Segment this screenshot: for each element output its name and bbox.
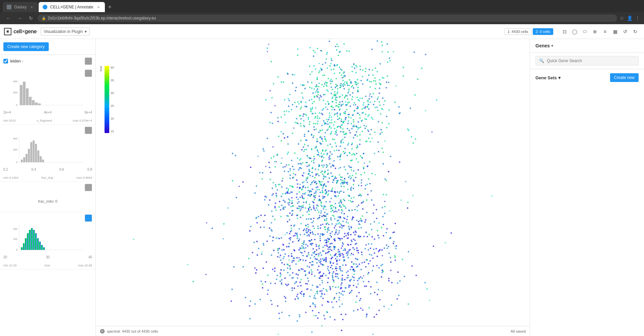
svg-point-1625 <box>369 254 370 255</box>
tab-cellgene-close[interactable]: ✕ <box>96 5 101 9</box>
svg-point-2098 <box>323 264 324 266</box>
svg-point-1417 <box>284 264 285 265</box>
frac-mito-color-swatch[interactable] <box>85 184 92 191</box>
star-button[interactable]: ☆ <box>620 15 624 21</box>
scatter-plot[interactable] <box>96 39 530 336</box>
svg-point-1975 <box>320 234 321 235</box>
svg-rect-19 <box>28 149 30 162</box>
frac-dup-color-swatch[interactable] <box>85 127 92 134</box>
genes-title[interactable]: Genes ▾ <box>535 43 553 48</box>
svg-point-1867 <box>314 251 315 252</box>
svg-point-1624 <box>387 248 388 249</box>
address-bar[interactable]: 🔒 2sl1n1kib9nhi-3qa5hzlc2i53b.ep.interac… <box>38 14 617 22</box>
svg-point-2046 <box>287 264 289 266</box>
svg-point-924 <box>333 160 335 161</box>
tab-galaxy-close[interactable]: ✕ <box>29 5 34 9</box>
svg-point-1107 <box>307 177 308 178</box>
gene-search-input[interactable] <box>547 58 635 63</box>
svg-point-887 <box>334 227 335 228</box>
frac-mito-label: frac_mito: 0 <box>3 193 92 210</box>
svg-point-1129 <box>325 189 326 191</box>
svg-point-63 <box>369 161 370 162</box>
leiden-color-swatch[interactable] <box>85 57 92 65</box>
svg-point-2061 <box>336 273 337 275</box>
zoom-in-icon[interactable]: ⊕ <box>590 27 600 36</box>
lasso-select-icon[interactable]: ⊡ <box>560 27 569 36</box>
svg-point-1633 <box>325 252 326 254</box>
svg-point-2227 <box>356 266 357 268</box>
back-button[interactable]: ← <box>4 14 13 22</box>
svg-point-1722 <box>278 312 280 314</box>
svg-point-309 <box>314 117 316 119</box>
n-fragment-color-swatch[interactable] <box>85 70 92 77</box>
svg-point-951 <box>285 192 287 194</box>
svg-point-1776 <box>276 237 277 239</box>
gene-sets-label[interactable]: Gene Sets ▾ <box>535 75 561 80</box>
forward-button[interactable]: → <box>15 14 24 22</box>
cell-count-set1[interactable]: 1: 4430 cells <box>505 28 531 35</box>
svg-point-1574 <box>370 248 371 249</box>
cell-count-set2[interactable]: 2: 0 cells <box>533 28 553 35</box>
svg-point-772 <box>383 104 385 106</box>
ellipse-select-icon[interactable]: ⬭ <box>580 27 590 36</box>
svg-point-1648 <box>314 295 315 296</box>
svg-point-2126 <box>353 268 354 270</box>
bar-chart-icon[interactable]: ▦ <box>610 27 620 36</box>
tab-galaxy[interactable]: Galaxy ✕ <box>3 2 38 12</box>
leiden-expand-chevron[interactable]: › <box>22 59 23 63</box>
svg-point-946 <box>316 187 317 188</box>
svg-point-1610 <box>321 290 322 292</box>
svg-point-2191 <box>296 233 297 234</box>
svg-point-195 <box>330 83 331 84</box>
leiden-checkbox[interactable] <box>3 59 8 64</box>
svg-point-1609 <box>371 254 372 256</box>
svg-point-438 <box>298 103 299 104</box>
svg-point-240 <box>350 94 351 95</box>
tsse-color-swatch[interactable] <box>85 214 92 222</box>
svg-point-1263 <box>323 175 324 177</box>
svg-point-1101 <box>337 223 339 224</box>
svg-point-1669 <box>328 270 329 271</box>
svg-point-2001 <box>332 262 334 264</box>
svg-point-1405 <box>281 158 283 159</box>
legend-icon[interactable]: ≡ <box>600 27 610 36</box>
svg-point-720 <box>321 69 322 70</box>
profile-button[interactable]: 👤 <box>627 15 633 21</box>
menu-button[interactable]: ⋮ <box>635 15 640 21</box>
svg-point-1126 <box>324 171 326 172</box>
svg-point-1650 <box>339 239 341 241</box>
svg-point-658 <box>362 76 363 77</box>
svg-point-227 <box>314 52 316 53</box>
svg-point-606 <box>334 91 335 92</box>
center-viz[interactable]: tsse 40 35 30 25 20 15 <box>96 39 530 336</box>
svg-point-704 <box>323 120 324 122</box>
svg-point-1147 <box>339 191 340 193</box>
svg-point-462 <box>318 131 319 133</box>
svg-point-1001 <box>270 172 271 173</box>
svg-point-527 <box>324 83 325 85</box>
svg-point-282 <box>344 136 346 138</box>
create-new-button[interactable]: Create new <box>610 73 639 82</box>
svg-point-1705 <box>269 236 271 237</box>
svg-point-523 <box>345 117 347 118</box>
svg-point-1725 <box>336 261 337 262</box>
svg-point-1571 <box>296 320 298 322</box>
undo-icon[interactable]: ↺ <box>620 27 630 36</box>
refresh-button[interactable]: ↻ <box>27 14 35 22</box>
create-category-button[interactable]: Create new category <box>3 42 49 51</box>
new-tab-button[interactable]: + <box>106 2 115 12</box>
svg-point-1540 <box>350 244 352 245</box>
svg-point-213 <box>390 156 391 157</box>
svg-point-653 <box>355 83 356 85</box>
svg-point-1401 <box>350 255 351 256</box>
tab-cellgene[interactable]: CELL×GENE | Annotate ✕ <box>39 2 105 12</box>
svg-point-1195 <box>299 239 300 240</box>
circle-select-icon[interactable]: ◯ <box>570 27 579 36</box>
redo-icon[interactable]: ↻ <box>631 27 640 36</box>
svg-point-268 <box>334 128 335 129</box>
svg-point-917 <box>291 160 292 161</box>
svg-point-591 <box>337 115 338 117</box>
svg-point-1086 <box>266 196 267 198</box>
plugin-selector[interactable]: Visualization in Plugin ▾ <box>41 28 90 36</box>
svg-point-2176 <box>326 244 327 246</box>
